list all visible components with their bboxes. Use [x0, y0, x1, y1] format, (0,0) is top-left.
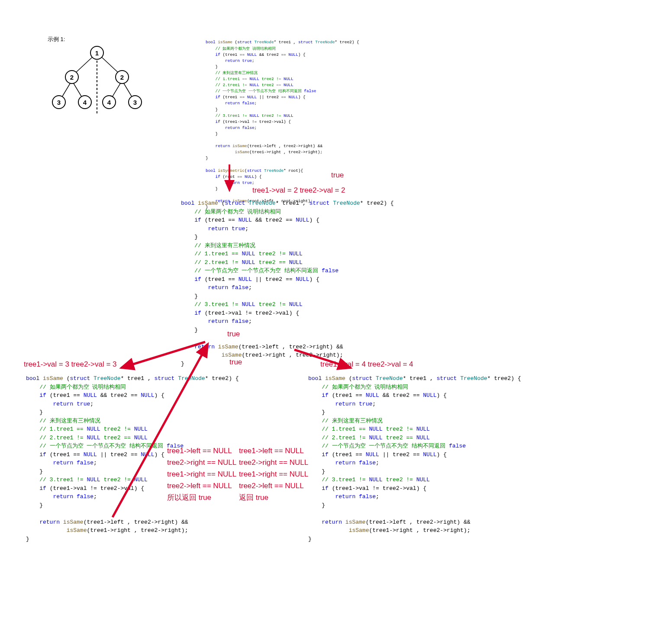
anno-true-top: true [331, 171, 344, 180]
anno-left-block: tree1->left == NULL tree2->right == NULL… [167, 445, 236, 503]
tree-node-root: 1 [90, 46, 104, 60]
anno-vals-2: tree1->val = 2 tree2->val = 2 [252, 186, 345, 195]
anno-vals-4: tree1->val = 4 tree2->val = 4 [320, 360, 413, 369]
anno-right-block: tree1->left == NULL tree2->right == NULL… [239, 445, 308, 503]
anno-true-mid2: true [229, 358, 242, 367]
tree-node-r: 2 [115, 70, 129, 84]
code-bottom-right: bool isSame (struct TreeNode* tree1 , st… [308, 374, 521, 543]
tree-node-rl: 4 [102, 95, 116, 109]
tree-node-rr: 3 [128, 95, 142, 109]
code-top-small: bool isSame (struct TreeNode* tree1 , st… [206, 39, 359, 210]
anno-vals-3: tree1->val = 3 tree2->val = 3 [24, 360, 117, 369]
example-label: 示例 1: [48, 35, 65, 43]
anno-true-mid1: true [227, 330, 240, 338]
tree-node-ll: 3 [52, 95, 66, 109]
binary-tree: 1 2 2 3 4 4 3 [47, 43, 146, 119]
code-middle: bool isSame (struct TreeNode* tree1 , st… [181, 199, 394, 368]
tree-node-l: 2 [65, 70, 79, 84]
tree-node-lr: 4 [78, 95, 92, 109]
